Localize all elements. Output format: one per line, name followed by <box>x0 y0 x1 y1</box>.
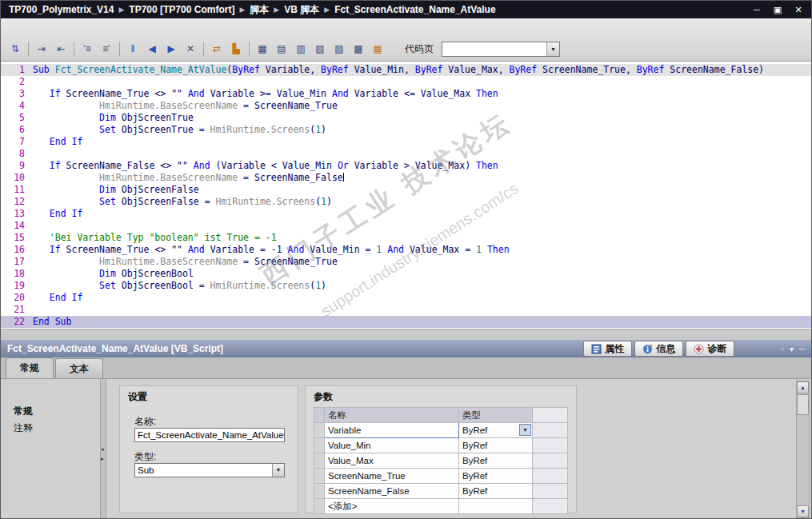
code-line[interactable]: 2 <box>1 76 811 88</box>
restore-button[interactable]: ▣ <box>768 3 787 16</box>
code-line[interactable]: 16 If ScreenName_True <> "" And Variable… <box>1 244 811 256</box>
tab-info[interactable]: 信息 <box>634 341 683 357</box>
code-line[interactable]: 10 HmiRuntime.BaseScreenName = ScreenNam… <box>1 172 811 184</box>
previous-bookmark-icon[interactable]: ◀ <box>142 40 162 58</box>
code-editor[interactable]: 1Sub Fct_ScreenActivate_Name_AtValue(ByR… <box>1 62 811 329</box>
goto-script-icon[interactable]: ⇅ <box>6 40 25 58</box>
code-line[interactable]: 22End Sub <box>1 316 811 328</box>
code-line[interactable]: 4 HmiRuntime.BaseScreenName = ScreenName… <box>1 100 811 112</box>
param-type-cell[interactable] <box>459 499 533 514</box>
inspector-expand-icon[interactable]: ▾ <box>790 345 794 353</box>
comment-icon[interactable]: '≡ <box>78 40 97 58</box>
scroll-down-icon[interactable] <box>797 505 809 517</box>
tab-properties[interactable]: 属性 <box>583 341 632 357</box>
code-line[interactable]: 11 Dim ObjScreenFalse <box>1 184 811 196</box>
code-line[interactable]: 7 End If <box>1 136 811 148</box>
code-line[interactable]: 8 <box>1 148 811 160</box>
breadcrumb-separator-icon: ▶ <box>270 6 282 14</box>
param-column-name[interactable]: 名称 <box>325 408 459 423</box>
parameter-row[interactable]: ScreenName_FalseByRef <box>314 484 568 499</box>
nav-item-comment[interactable]: 注释 <box>1 420 100 437</box>
param-name-cell[interactable]: ScreenName_True <box>325 469 459 484</box>
code-line[interactable]: 1Sub Fct_ScreenActivate_Name_AtValue(ByR… <box>1 64 811 76</box>
row-selector[interactable] <box>314 484 325 499</box>
code-line[interactable]: 5 Dim ObjScreenTrue <box>1 112 811 124</box>
parameter-row[interactable]: VariableByRef <box>314 423 568 438</box>
type-dropdown-arrow-icon[interactable] <box>272 464 284 477</box>
inspector-float-icon[interactable]: ▫ <box>781 345 784 353</box>
parameter-row[interactable]: Value_MinByRef <box>314 438 568 453</box>
clear-bookmarks-icon[interactable]: ✕ <box>181 40 200 58</box>
tab-texts[interactable]: 文本 <box>55 358 103 378</box>
line-number: 11 <box>1 184 33 196</box>
type-select[interactable]: Sub <box>134 463 285 477</box>
param-type-dropdown-arrow-icon[interactable] <box>519 424 531 436</box>
scroll-up-icon[interactable] <box>797 381 809 393</box>
breadcrumb-item-script[interactable]: Fct_ScreenActivate_Name_AtValue <box>333 4 497 15</box>
code-line[interactable]: 19 Set ObjScreenBool = HmiRuntime.Screen… <box>1 280 811 292</box>
row-selector[interactable] <box>314 499 325 514</box>
inspector-collapse-icon[interactable]: ─ <box>799 345 805 353</box>
uncomment-icon[interactable]: ≡' <box>97 40 116 58</box>
code-lines: 1Sub Fct_ScreenActivate_Name_AtValue(ByR… <box>1 64 811 328</box>
code-line[interactable]: 13 End If <box>1 208 811 220</box>
table-properties-icon[interactable]: ▩ <box>349 40 368 58</box>
parameter-row[interactable]: Value_MaxByRef <box>314 453 568 469</box>
dropdown-arrow-icon[interactable] <box>546 42 559 56</box>
tab-diagnostics[interactable]: 诊断 <box>686 341 734 357</box>
insert-table-icon[interactable]: ▤ <box>272 40 291 58</box>
param-name-cell[interactable]: ScreenName_False <box>325 484 459 499</box>
param-type-cell[interactable]: ByRef <box>459 484 533 499</box>
param-name-cell[interactable]: Variable <box>325 423 459 438</box>
scrollbar-thumb[interactable] <box>797 394 809 415</box>
param-type-cell[interactable]: ByRef <box>459 423 533 438</box>
codepage-combobox[interactable] <box>442 42 560 57</box>
row-selector[interactable] <box>314 438 325 453</box>
tab-general[interactable]: 常规 <box>6 357 54 378</box>
breadcrumb-item-scripts[interactable]: 脚本 <box>248 3 270 17</box>
param-type-cell[interactable]: ByRef <box>459 453 533 469</box>
code-line[interactable]: 17 HmiRuntime.BaseScreenName = ScreenNam… <box>1 256 811 268</box>
breadcrumb-item-vbscripts[interactable]: VB 脚本 <box>282 3 321 17</box>
breadcrumb-item-project[interactable]: TP700_Polymetrix_V14 <box>7 4 115 15</box>
insert-column-icon[interactable]: ▧ <box>310 40 330 58</box>
row-selector[interactable] <box>314 423 325 438</box>
code-line[interactable]: 3 If ScreenName_True <> "" And Variable … <box>1 88 811 100</box>
name-input[interactable]: Fct_ScreenActivate_Name_AtValue <box>134 428 285 442</box>
row-selector[interactable] <box>314 453 325 469</box>
code-line[interactable]: 14 <box>1 220 811 232</box>
close-button[interactable]: ✕ <box>789 3 808 16</box>
param-name-cell[interactable]: Value_Min <box>325 438 459 453</box>
indent-icon[interactable]: ⇥ <box>32 40 51 58</box>
codepage-label: 代码页 <box>405 42 434 56</box>
outdent-icon[interactable]: ⇤ <box>51 40 70 58</box>
next-bookmark-icon[interactable]: ▶ <box>162 40 181 58</box>
code-line[interactable]: 20 End If <box>1 292 811 304</box>
toggle-bookmark-icon[interactable]: ‖ <box>123 40 142 58</box>
code-line[interactable]: 15 'Bei Variable Typ "boolean" ist True … <box>1 232 811 244</box>
insert-row-icon[interactable]: ▥ <box>291 40 310 58</box>
parameter-add-row[interactable]: <添加> <box>314 499 568 514</box>
insert-function-icon[interactable]: ▦ <box>368 40 387 58</box>
code-line[interactable]: 6 Set ObjScreenTrue = HmiRuntime.Screens… <box>1 124 811 136</box>
param-type-cell[interactable]: ByRef <box>459 469 533 484</box>
code-line[interactable]: 9 If ScreenName_False <> "" And (Variabl… <box>1 160 811 172</box>
row-selector[interactable] <box>314 469 325 484</box>
inspector-scrollbar[interactable] <box>796 381 810 518</box>
code-line[interactable]: 12 Set ObjScreenFalse = HmiRuntime.Scree… <box>1 196 811 208</box>
param-type-cell[interactable]: ByRef <box>459 438 533 453</box>
nav-splitter[interactable] <box>100 379 106 519</box>
sync-changes-icon[interactable]: ⇄ <box>207 40 226 58</box>
code-line[interactable]: 21 <box>1 304 811 316</box>
param-name-cell[interactable]: Value_Max <box>325 453 459 469</box>
breadcrumb-item-device[interactable]: TP700 [TP700 Comfort] <box>127 4 236 15</box>
parameter-row[interactable]: ScreenName_TrueByRef <box>314 469 568 484</box>
nav-item-general[interactable]: 常规 <box>1 403 100 420</box>
param-name-cell[interactable]: <添加> <box>325 499 459 514</box>
code-line[interactable]: 18 Dim ObjScreenBool <box>1 268 811 280</box>
param-column-type[interactable]: 类型 <box>459 408 533 423</box>
minimize-button[interactable]: ─ <box>747 3 766 16</box>
delete-row-icon[interactable]: ▨ <box>330 40 349 58</box>
insert-field-icon[interactable]: ▦ <box>253 40 272 58</box>
highlight-syntax-icon[interactable]: ▙ <box>226 40 246 58</box>
